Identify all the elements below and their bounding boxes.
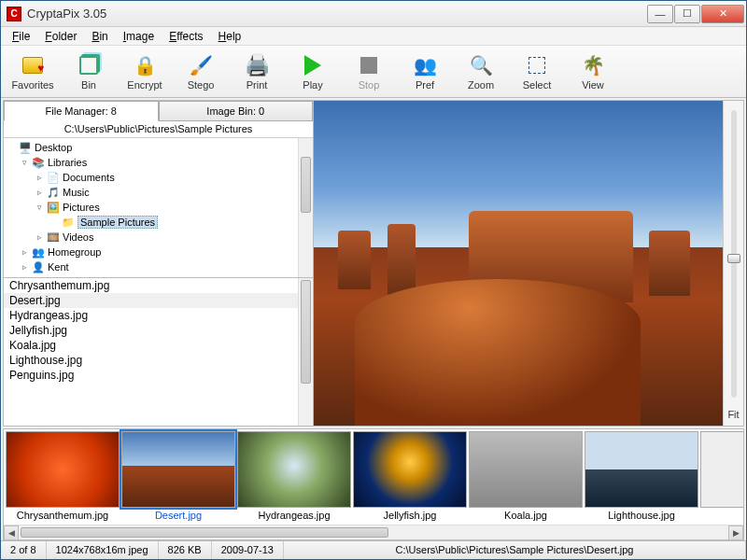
folder-icon: 📚 [32, 156, 45, 169]
scroll-left-button[interactable]: ◀ [4, 525, 19, 540]
expand-icon[interactable]: ▹ [21, 263, 29, 272]
titlebar: C CryptaPix 3.05 — ☐ ✕ [1, 1, 746, 27]
minimize-button[interactable]: — [647, 5, 673, 23]
thumbnail-image [353, 431, 467, 508]
scroll-right-button[interactable]: ▶ [728, 525, 743, 540]
thumb-scrollbar[interactable]: ◀ ▶ [4, 525, 743, 539]
menu-image[interactable]: Image [116, 28, 162, 45]
file-row[interactable]: Chrysanthemum.jpg [4, 278, 313, 293]
encrypt-button[interactable]: 🔒Encrypt [119, 49, 171, 95]
menu-help[interactable]: Help [211, 28, 249, 45]
scrollbar-thumb[interactable] [301, 280, 311, 384]
slider-knob[interactable] [727, 254, 740, 263]
fit-label: Fit [727, 407, 739, 426]
thumbnail-image [6, 431, 120, 508]
file-row[interactable]: Desert.jpg [4, 293, 313, 308]
toolbar-label: Play [303, 79, 322, 91]
view-icon: 🌴 [580, 53, 606, 77]
scrollbar-thumb[interactable] [301, 157, 311, 213]
menu-effects[interactable]: Effects [162, 28, 210, 45]
tree-scrollbar[interactable] [298, 138, 313, 277]
zoom-button[interactable]: 🔍Zoom [455, 49, 507, 95]
thumbnail-item[interactable]: Lighthouse.jpg [585, 431, 698, 523]
expand-icon[interactable]: ▿ [21, 159, 29, 167]
thumbnail-caption: P [700, 508, 743, 521]
file-row[interactable]: Penguins.jpg [4, 368, 313, 383]
select-button[interactable]: Select [511, 49, 563, 95]
select-icon [524, 53, 550, 77]
file-row[interactable]: Koala.jpg [4, 338, 313, 353]
tab-file-manager[interactable]: File Manager: 8 [4, 101, 159, 121]
menu-bin[interactable]: Bin [84, 28, 115, 45]
tree-node[interactable]: ▿🖼️Pictures [4, 200, 313, 215]
thumbnail-item[interactable]: Koala.jpg [469, 431, 583, 523]
app-icon: C [7, 7, 21, 21]
thumbnail-caption: Lighthouse.jpg [585, 508, 698, 521]
thumbnail-item[interactable]: P [700, 431, 743, 523]
menubar: FileFolderBinImageEffectsHelp [1, 27, 746, 46]
main-area: File Manager: 8 Image Bin: 0 C:\Users\Pu… [3, 100, 744, 427]
toolbar-label: Pref [416, 79, 434, 91]
play-icon [300, 53, 326, 77]
thumbnail-caption: Desert.jpg [121, 508, 235, 521]
toolbar-label: Favorites [11, 79, 53, 91]
file-row[interactable]: Lighthouse.jpg [4, 353, 313, 368]
file-row[interactable]: Hydrangeas.jpg [4, 308, 313, 323]
scrollbar-thumb[interactable] [21, 527, 388, 538]
thumbnail-item[interactable]: Jellyfish.jpg [353, 431, 467, 523]
expand-icon[interactable] [50, 218, 59, 227]
tree-node[interactable]: ▹👤Kent [4, 259, 313, 274]
print-button[interactable]: 🖨️Print [231, 49, 283, 95]
zoom-slider[interactable] [731, 110, 737, 398]
preview-wrap: Fit [314, 101, 743, 426]
folder-icon: 👤 [32, 260, 45, 273]
toolbar-label: Print [247, 79, 268, 91]
expand-icon[interactable]: ▹ [35, 233, 44, 242]
folder-icon: 📄 [47, 171, 60, 184]
left-pane: File Manager: 8 Image Bin: 0 C:\Users\Pu… [4, 101, 314, 426]
thumbnail-item[interactable]: Hydrangeas.jpg [237, 431, 351, 523]
image-preview[interactable] [314, 101, 723, 426]
expand-icon[interactable] [7, 144, 16, 152]
maximize-button[interactable]: ☐ [674, 5, 700, 23]
close-button[interactable]: ✕ [701, 5, 744, 23]
stego-icon: 🖌️ [188, 53, 214, 77]
file-row[interactable]: Jellyfish.jpg [4, 323, 313, 338]
window-controls: — ☐ ✕ [646, 5, 744, 23]
view-button[interactable]: 🌴View [567, 49, 619, 95]
filelist-scrollbar[interactable] [298, 278, 313, 426]
folder-icon: 🎞️ [47, 231, 60, 244]
tree-node[interactable]: ▹🎞️Videos [4, 230, 313, 245]
tree-label: Videos [63, 231, 93, 243]
tree-node[interactable]: 📁Sample Pictures [4, 215, 313, 230]
pref-button[interactable]: 👥Pref [399, 49, 451, 95]
menu-folder[interactable]: Folder [37, 28, 84, 45]
tree-node[interactable]: 🖥️Desktop [4, 140, 313, 155]
tree-node[interactable]: ▹📄Documents [4, 170, 313, 185]
thumbnail-image [585, 431, 698, 508]
bin-button[interactable]: Bin [63, 49, 115, 95]
folder-icon: 📁 [62, 216, 75, 229]
thumbnail-item[interactable]: Chrysanthemum.jpg [6, 431, 120, 523]
play-button[interactable]: Play [287, 49, 339, 95]
file-list[interactable]: Chrysanthemum.jpgDesert.jpgHydrangeas.jp… [4, 278, 313, 426]
menu-file[interactable]: File [5, 28, 37, 45]
expand-icon[interactable]: ▿ [35, 203, 44, 212]
favorites-button[interactable]: ♥Favorites [7, 49, 59, 95]
tree-node[interactable]: ▿📚Libraries [4, 155, 313, 170]
expand-icon[interactable]: ▹ [35, 174, 44, 182]
thumbnail-caption: Jellyfish.jpg [353, 508, 467, 521]
stego-button[interactable]: 🖌️Stego [175, 49, 227, 95]
tree-label: Documents [63, 172, 115, 183]
folder-tree[interactable]: 🖥️Desktop▿📚Libraries▹📄Documents▹🎵Music▿🖼… [4, 138, 313, 278]
thumbnail-image [700, 431, 743, 508]
toolbar: ♥FavoritesBin🔒Encrypt🖌️Stego🖨️PrintPlayS… [1, 46, 746, 98]
tree-node[interactable]: ▹👥Homegroup [4, 245, 313, 259]
expand-icon[interactable]: ▹ [21, 248, 29, 257]
tree-node[interactable]: ▹🎵Music [4, 185, 313, 200]
thumbnail-item[interactable]: Desert.jpg [121, 431, 235, 523]
tab-image-bin[interactable]: Image Bin: 0 [159, 101, 314, 121]
expand-icon[interactable]: ▹ [35, 189, 44, 197]
status-date: 2009-07-13 [212, 541, 284, 559]
folder-icon: 🖼️ [47, 201, 60, 214]
